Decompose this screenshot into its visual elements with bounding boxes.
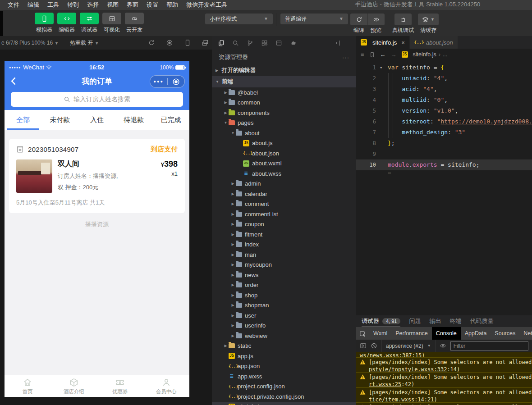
toolbar-button-编辑器[interactable]: 编辑器 (57, 13, 77, 34)
tree-item-news[interactable]: ▶news (212, 270, 356, 280)
code-line-6[interactable]: 6 siteroot: "https://demo10.ynjdzzd008.c… (356, 116, 532, 127)
tree-item-webview[interactable]: ▶webview (212, 331, 356, 341)
code-line-8[interactable]: 8}; (356, 138, 532, 149)
tree-item-static[interactable]: ▶static (212, 341, 356, 351)
eye-icon[interactable] (440, 342, 446, 349)
tree-item-project.private.config.json[interactable]: {..}project.private.config.json (212, 391, 356, 402)
tree-item-about.js[interactable]: JSabout.js (212, 138, 356, 149)
tree-item-@babel[interactable]: ▶@babel (212, 87, 356, 98)
debugger-tab-代码质量[interactable]: 代码质量 (470, 317, 493, 325)
menu-item-视图[interactable]: 视图 (103, 0, 123, 10)
console-filter-input[interactable] (450, 341, 528, 350)
code-line-5[interactable]: 5 version: "v1.0", (356, 105, 532, 116)
tree-item-about.wxss[interactable]: ≡about.wxss (212, 168, 356, 179)
code-line-7[interactable]: 7 method_design: "3" (356, 127, 532, 138)
sidebar-toggle-icon[interactable] (360, 342, 367, 349)
tree-item-admin[interactable]: ▶admin (212, 179, 356, 189)
context-select[interactable]: appservice (#2) (386, 343, 423, 349)
console-source-link[interactable]: rt.wxss:25 (369, 381, 401, 387)
tabbar-item-首页[interactable]: 首页 (5, 375, 51, 397)
console-source-link[interactable]: tice/item.wxss:14 (369, 396, 424, 402)
menu-item-微信开发者工具[interactable]: 微信开发者工具 (182, 0, 231, 10)
outline-menu-icon[interactable]: ≡ (361, 51, 364, 58)
tree-item-index[interactable]: ▶index (212, 240, 356, 250)
tree-item-coupon[interactable]: ▶coupon (212, 219, 356, 230)
nav-forward-icon[interactable]: → (391, 51, 397, 58)
tree-item-pages[interactable]: ▼pages (212, 118, 356, 128)
toolbar-button-模拟器[interactable]: 模拟器 (34, 13, 54, 34)
close-target-button[interactable] (168, 78, 185, 86)
clear-console-icon[interactable] (371, 342, 377, 349)
phone-frame-icon[interactable] (184, 39, 191, 46)
console-source-link[interactable]: ws/news.wxss:387 (360, 352, 412, 357)
collapse-panel-icon[interactable] (335, 40, 342, 46)
tree-item-fitment[interactable]: ▶fitment (212, 229, 356, 240)
compile-select[interactable]: 普通编译 ▼ (280, 14, 348, 24)
tree-item-user[interactable]: ▶user (212, 310, 356, 321)
editor-tab-about-json[interactable]: {..} about.json (410, 36, 458, 49)
tree-item-common[interactable]: ▶common (212, 98, 356, 108)
tree-item-about[interactable]: ▼about (212, 128, 356, 138)
tabbar-item-酒店介绍[interactable]: 酒店介绍 (51, 375, 97, 397)
tree-item-order[interactable]: ▶order (212, 280, 356, 291)
tree-item-comment[interactable]: ▶comment (212, 199, 356, 209)
explorer-section-打开的编辑器[interactable]: ▶打开的编辑器 (212, 65, 356, 76)
menu-item-转到[interactable]: 转到 (63, 0, 83, 10)
tree-item-app.js[interactable]: JSapp.js (212, 351, 356, 361)
more-actions-icon[interactable]: ··· (342, 54, 349, 61)
devtools-tab-AppData[interactable]: AppData (461, 327, 491, 340)
menu-item-选择[interactable]: 选择 (83, 0, 103, 10)
menu-item-工具[interactable]: 工具 (43, 0, 63, 10)
tree-item-calendar[interactable]: ▶calendar (212, 189, 356, 199)
debugger-tab-终端[interactable]: 终端 (449, 317, 461, 325)
menu-item-编辑[interactable]: 编辑 (23, 0, 43, 10)
inspect-element-icon[interactable] (356, 330, 369, 337)
bookmark-icon[interactable] (369, 52, 375, 58)
devtools-tab-Network[interactable]: Network (519, 327, 532, 340)
action-预览[interactable]: 预览 (367, 14, 385, 34)
search-icon[interactable] (232, 40, 239, 46)
order-tab-入住[interactable]: 入住 (78, 110, 115, 130)
tree-item-about.json[interactable]: {..}about.json (212, 148, 356, 159)
window-icon[interactable] (275, 40, 282, 46)
source-control-icon[interactable] (247, 40, 253, 46)
toolbar-button-云开发[interactable]: 云开发 (124, 13, 144, 34)
toolbar-button-调试器[interactable]: 调试器 (79, 13, 99, 34)
more-menu-button[interactable]: ●●● (150, 79, 167, 84)
search-input[interactable]: 输入订房人姓名搜索 (11, 92, 183, 107)
order-tab-待退款[interactable]: 待退款 (115, 110, 152, 130)
tree-item-mycoupon[interactable]: ▶mycoupon (212, 260, 356, 270)
tabbar-item-会员中心[interactable]: 会员中心 (143, 375, 190, 397)
menu-item-界面[interactable]: 界面 (123, 0, 142, 10)
devtools-tab-Console[interactable]: Console (432, 327, 461, 340)
tree-item-app.wxss[interactable]: ≡app.wxss (212, 371, 356, 382)
nav-back-icon[interactable]: ← (380, 51, 386, 58)
files-icon[interactable] (218, 40, 225, 46)
menu-item-设置[interactable]: 设置 (142, 0, 162, 10)
device-select[interactable]: e 6/7/8 Plus 100% 16▼ (1, 36, 59, 50)
menu-item-帮助[interactable]: 帮助 (162, 0, 182, 10)
breadcrumb-more[interactable]: ... (443, 51, 447, 58)
order-card[interactable]: 2023051034907 到店支付 双人间 订房人姓名：播播资源, 双 押金：… (9, 139, 185, 213)
console-source-link[interactable]: pstyle/topstyle.wxss:332 (369, 366, 447, 372)
tree-item-userinfo[interactable]: ▶userinfo (212, 321, 356, 331)
code-line-10[interactable]: 10module.exports = siteinfo;… (356, 159, 532, 170)
tree-item-about.wxml[interactable]: <>about.wxml (212, 159, 356, 169)
tree-item-shopman[interactable]: ▶shopman (212, 300, 356, 311)
hot-reload-toggle[interactable]: 热重载 开▼ (70, 36, 99, 50)
code-line-2[interactable]: 2 uniacid: "4", (356, 73, 532, 84)
code-line-4[interactable]: 4 multiid: "0", (356, 95, 532, 105)
order-tab-未付款[interactable]: 未付款 (41, 110, 78, 130)
debugger-tab-问题[interactable]: 问题 (409, 317, 421, 325)
action-清缓存[interactable]: ▼清缓存 (418, 14, 439, 34)
detach-window-icon[interactable] (202, 39, 209, 46)
devtools-tab-Wxml[interactable]: Wxml (369, 327, 391, 340)
rotate-icon[interactable] (148, 39, 155, 46)
devtools-tab-Performance[interactable]: Performance (391, 327, 432, 340)
action-真机调试[interactable]: 真机调试 (392, 14, 414, 34)
action-编译[interactable]: 编译 (350, 14, 367, 34)
breadcrumb-file[interactable]: JS siteinfo.js › ... (402, 51, 448, 58)
extensions-icon[interactable] (261, 40, 268, 46)
tree-item-shop[interactable]: ▶shop (212, 290, 356, 300)
code-line-9[interactable]: 9 (356, 149, 532, 159)
